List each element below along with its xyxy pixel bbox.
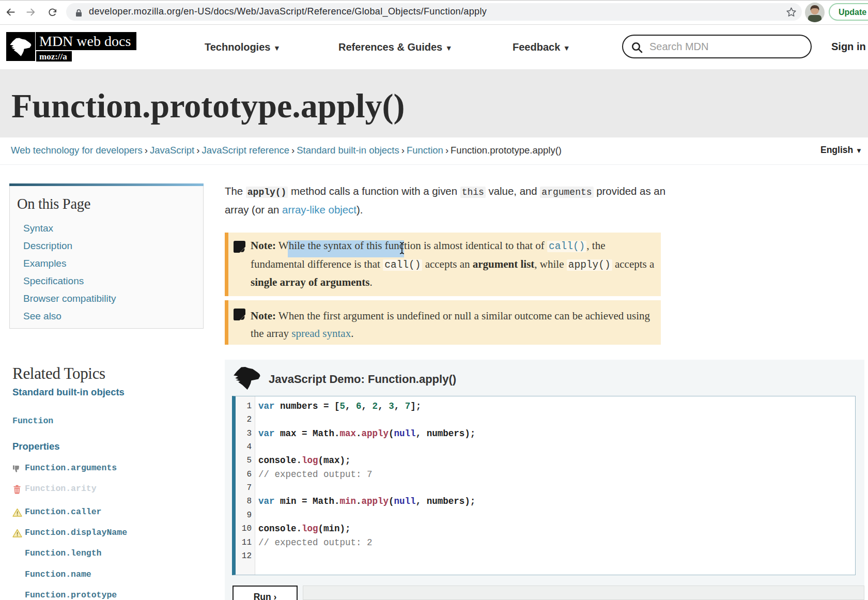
svg-text:moz://a: moz://a [39, 52, 67, 61]
svg-text:MDN web docs: MDN web docs [39, 33, 131, 49]
